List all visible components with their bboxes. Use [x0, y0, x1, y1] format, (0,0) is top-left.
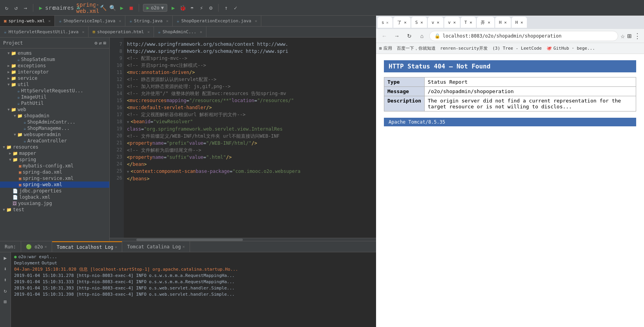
tree-item-imageutil[interactable]: ☕ ImageUtil	[0, 94, 109, 100]
resources-icon[interactable]: res	[65, 4, 72, 11]
run-sidebar-icon4[interactable]: ↻	[2, 287, 9, 295]
git-icon[interactable]: ↑	[223, 4, 230, 11]
browser-tab-H2[interactable]: H ×	[512, 17, 527, 28]
tab-shopoperationexception[interactable]: ☕ ShopOperationException.java ✕	[173, 16, 261, 27]
tree-item-service[interactable]: ▶ 📁 service	[0, 75, 109, 81]
browser-tab-v1[interactable]: v ×	[428, 17, 443, 28]
close-shopserviceimpl-tab[interactable]: ✕	[119, 19, 121, 23]
tree-item-mybatis-config[interactable]: ▣ mybatis-config.xml	[0, 163, 109, 169]
close-spring-web-tab[interactable]: ✕	[48, 19, 51, 23]
back-icon[interactable]: ↻	[3, 4, 10, 11]
hammer-icon[interactable]: 🔨	[99, 4, 107, 11]
run-tab-run[interactable]: Run:	[0, 241, 21, 252]
browser-tab-liao[interactable]: 了 ×	[393, 17, 411, 28]
tree-item-websuperadmin[interactable]: ▼ 📁 websuperadmin	[0, 131, 109, 138]
tree-item-shopmanageme[interactable]: ☕ ShopManageme...	[0, 125, 109, 131]
tab-shopoperation-html[interactable]: ⊞ shopoperation.html ✕	[89, 27, 154, 38]
bookmark-leetcode[interactable]: (3) Tree - LeetCode	[492, 46, 542, 51]
debug2-icon[interactable]: 🐞	[179, 4, 186, 11]
browser-tab-H1[interactable]: H ×	[495, 17, 511, 28]
close-browser-tab-s[interactable]: ✕	[386, 20, 389, 25]
tree-item-web[interactable]: ▼ 📁 web	[0, 106, 109, 113]
tree-item-spring-web[interactable]: ▣ spring-web.xml	[0, 181, 109, 188]
undo-icon[interactable]: ↺	[13, 4, 20, 11]
run-tab-tomcat-catalina[interactable]: Tomcat Catalina Log ✕	[122, 241, 190, 252]
tab-shopserviceimpl[interactable]: ☕ ShopServiceImpl.java ✕	[55, 16, 125, 27]
tab-string-java[interactable]: ☕ String.java ✕	[125, 16, 173, 27]
tree-item-httpservletrequestutil[interactable]: ☕ HttpServletRequestU...	[0, 88, 109, 94]
forward-button[interactable]: →	[392, 31, 402, 41]
stop-icon[interactable]: ■	[128, 4, 135, 11]
tree-item-resources[interactable]: ▼ 📁 resources	[0, 144, 109, 150]
profile-icon[interactable]: ⚡	[198, 4, 205, 11]
browser-tab-nong[interactable]: 弄 ×	[477, 17, 494, 28]
spring-web-icon[interactable]: spring-web.xml	[84, 4, 91, 11]
sync-icon[interactable]: ⇄	[99, 40, 102, 46]
tree-item-areacontroller[interactable]: ☕ AreaController	[0, 138, 109, 144]
run-tab-tomcat-catalina-close[interactable]: ✕	[183, 244, 185, 249]
redo-icon[interactable]: →	[22, 4, 29, 11]
browser-tab-S2[interactable]: S ×	[411, 17, 427, 28]
browser-tab-v2[interactable]: v ×	[444, 17, 460, 28]
debug-icon[interactable]: ▶	[118, 4, 125, 11]
tree-item-test[interactable]: ▼ 📁 test	[0, 207, 109, 213]
tree-item-pathutil[interactable]: ☕ PathUtil	[0, 100, 109, 106]
close-httpservletrequestutil-tab[interactable]: ✕	[82, 30, 84, 34]
magnify-icon[interactable]: 🔍	[109, 4, 116, 11]
code-scroll-bar[interactable]	[110, 238, 376, 241]
tree-item-enums[interactable]: ▼ 📁 enums	[0, 50, 109, 56]
build-icon[interactable]: ▶	[37, 4, 44, 11]
close-shopadminc-tab[interactable]: ✕	[200, 30, 202, 34]
bookmark-renren[interactable]: renren-security开发	[440, 45, 488, 51]
home-button[interactable]: ⌂	[417, 31, 427, 41]
run-tab-o2o-close[interactable]: ✕	[45, 244, 47, 249]
browser-address-bar[interactable]: 🔒 localhost:8083/o2o/shopadmin/shopopera…	[429, 31, 618, 41]
tree-item-util[interactable]: ▼ 📁 util	[0, 81, 109, 88]
bookmark-star-icon[interactable]: ☆	[620, 32, 625, 40]
bookmark-baidu[interactable]: 百度一下，你就知道	[397, 45, 436, 51]
bookmark-github[interactable]: 🐙 GitHub · bege...	[546, 46, 595, 51]
close-shopoperationexception-tab[interactable]: ✕	[255, 19, 257, 23]
code-scroll-thumb[interactable]	[136, 239, 243, 241]
bookmark-apps[interactable]: ⊞ 应用	[379, 45, 392, 51]
tree-item-shopsateenum[interactable]: ☕ ShopSateEnum	[0, 56, 109, 63]
tab-httpservletrequestutil[interactable]: ☕ HttpServletRequestUtil.java ✕	[0, 27, 89, 38]
run-tab-tomcat-localhost-close[interactable]: ✕	[115, 245, 117, 249]
tree-item-jdbc-properties[interactable]: 📄 jdbc.properties	[0, 188, 109, 194]
coverage-icon[interactable]: ☂	[188, 4, 195, 11]
tab-spring-web-xml[interactable]: ▣ spring-web.xml ✕	[0, 16, 55, 27]
run-sidebar-icon5[interactable]: ⊞	[2, 298, 9, 305]
tree-item-mapper[interactable]: ▶ 📁 mapper	[0, 150, 109, 156]
tree-item-logback[interactable]: 📄 logback.xml	[0, 194, 109, 200]
extensions-icon[interactable]: ⊞	[627, 32, 631, 40]
main-icon[interactable]: main	[56, 4, 63, 11]
refresh-button[interactable]: ↻	[404, 31, 414, 41]
run-tab-tomcat-localhost[interactable]: Tomcat Localhost Log ✕	[52, 241, 123, 252]
close-shopoperation-tab[interactable]: ✕	[147, 30, 150, 34]
close-string-tab[interactable]: ✕	[166, 19, 168, 23]
run-sidebar-icon2[interactable]: ⬇	[2, 265, 9, 273]
tree-item-spring-dao[interactable]: ▣ spring-dao.xml	[0, 169, 109, 175]
tree-item-exceptions[interactable]: ▶ 📁 exceptions	[0, 63, 109, 69]
tree-item-spring[interactable]: ▼ 📁 spring	[0, 156, 109, 163]
menu-icon[interactable]: ⋮	[634, 32, 641, 40]
gear-icon[interactable]: ⚙	[94, 40, 97, 46]
run-sidebar-icon1[interactable]: ▶	[2, 254, 9, 262]
settings-icon[interactable]: ⚙	[207, 4, 214, 11]
back-button[interactable]: ←	[379, 31, 389, 41]
run-sidebar-icon3[interactable]: ⬆	[2, 276, 9, 284]
tree-item-interceptor[interactable]: ▶ 📁 interceptor	[0, 69, 109, 75]
run-icon[interactable]: ▶	[170, 4, 177, 11]
browser-tab-s[interactable]: s ✕	[378, 17, 393, 28]
tree-item-shopadmin[interactable]: ▼ 📁 shopadmin	[0, 113, 109, 119]
browser-tab-T[interactable]: T ×	[461, 17, 476, 28]
expand-icon[interactable]: ⊞	[103, 40, 106, 46]
tree-item-shopadmincontr[interactable]: ☕ ShopAdminContr...	[0, 119, 109, 125]
code-lines[interactable]: http://www.springframework.org/schema/co…	[124, 38, 376, 238]
tab-shopadminc[interactable]: ☕ ShopAdminC... ✕	[154, 27, 206, 38]
run-tab-o2o[interactable]: 🟢 o2o ✕	[21, 241, 52, 252]
terminal-icon[interactable]: ✓	[232, 4, 239, 11]
tree-item-youxiang[interactable]: 🖼 youxiang.jpg	[0, 200, 109, 207]
tree-item-spring-service[interactable]: ▣ spring-service.xml	[0, 175, 109, 181]
run-config[interactable]: ▶ o2o ▼	[143, 4, 167, 12]
